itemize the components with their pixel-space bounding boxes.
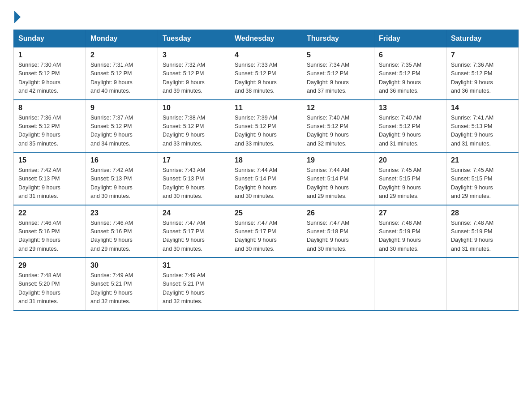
calendar-week-row: 8 Sunrise: 7:36 AM Sunset: 5:12 PM Dayli…: [14, 100, 519, 153]
calendar-cell: 23 Sunrise: 7:46 AM Sunset: 5:16 PM Dayl…: [86, 205, 158, 258]
calendar-cell: 2 Sunrise: 7:31 AM Sunset: 5:12 PM Dayli…: [86, 47, 158, 100]
day-number: 4: [235, 51, 297, 59]
day-number: 1: [18, 51, 81, 59]
calendar-cell: 10 Sunrise: 7:38 AM Sunset: 5:12 PM Dayl…: [158, 100, 230, 153]
page-header: [13, 9, 519, 21]
weekday-header-tuesday: Tuesday: [158, 30, 230, 47]
day-info: Sunrise: 7:48 AM Sunset: 5:20 PM Dayligh…: [18, 271, 81, 306]
day-number: 31: [163, 261, 225, 270]
day-info: Sunrise: 7:49 AM Sunset: 5:21 PM Dayligh…: [90, 271, 153, 306]
weekday-header-monday: Monday: [86, 30, 158, 47]
weekday-header-thursday: Thursday: [302, 30, 374, 47]
day-info: Sunrise: 7:31 AM Sunset: 5:12 PM Dayligh…: [90, 61, 153, 96]
weekday-header-sunday: Sunday: [14, 30, 86, 47]
day-number: 16: [90, 156, 153, 164]
day-number: 15: [18, 156, 81, 164]
day-number: 8: [18, 104, 81, 112]
calendar-cell: 22 Sunrise: 7:46 AM Sunset: 5:16 PM Dayl…: [14, 205, 86, 258]
day-number: 21: [451, 156, 514, 164]
calendar-cell: [302, 257, 374, 310]
day-info: Sunrise: 7:48 AM Sunset: 5:19 PM Dayligh…: [451, 219, 514, 254]
day-number: 18: [235, 156, 297, 164]
day-number: 2: [90, 51, 153, 59]
calendar-cell: 21 Sunrise: 7:45 AM Sunset: 5:15 PM Dayl…: [446, 152, 519, 205]
calendar-cell: 6 Sunrise: 7:35 AM Sunset: 5:12 PM Dayli…: [374, 47, 446, 100]
day-number: 11: [235, 104, 297, 112]
calendar-cell: [230, 257, 302, 310]
calendar-cell: 12 Sunrise: 7:40 AM Sunset: 5:12 PM Dayl…: [302, 100, 374, 153]
day-number: 29: [18, 261, 81, 270]
calendar-cell: 18 Sunrise: 7:44 AM Sunset: 5:14 PM Dayl…: [230, 152, 302, 205]
day-number: 7: [451, 51, 514, 59]
day-info: Sunrise: 7:41 AM Sunset: 5:13 PM Dayligh…: [451, 114, 514, 149]
calendar-cell: 16 Sunrise: 7:42 AM Sunset: 5:13 PM Dayl…: [86, 152, 158, 205]
calendar-cell: 4 Sunrise: 7:33 AM Sunset: 5:12 PM Dayli…: [230, 47, 302, 100]
logo-arrow-icon: [14, 11, 21, 23]
day-number: 30: [90, 261, 153, 270]
calendar-week-row: 15 Sunrise: 7:42 AM Sunset: 5:13 PM Dayl…: [14, 152, 519, 205]
day-number: 13: [379, 104, 442, 112]
day-info: Sunrise: 7:40 AM Sunset: 5:12 PM Dayligh…: [307, 114, 369, 149]
calendar-cell: 30 Sunrise: 7:49 AM Sunset: 5:21 PM Dayl…: [86, 257, 158, 310]
calendar-cell: 19 Sunrise: 7:44 AM Sunset: 5:14 PM Dayl…: [302, 152, 374, 205]
day-info: Sunrise: 7:45 AM Sunset: 5:15 PM Dayligh…: [451, 166, 514, 201]
calendar-table: SundayMondayTuesdayWednesdayThursdayFrid…: [13, 30, 519, 311]
day-number: 20: [379, 156, 442, 164]
day-number: 22: [18, 209, 81, 217]
calendar-cell: 15 Sunrise: 7:42 AM Sunset: 5:13 PM Dayl…: [14, 152, 86, 205]
day-number: 19: [307, 156, 369, 164]
day-info: Sunrise: 7:40 AM Sunset: 5:12 PM Dayligh…: [379, 114, 442, 149]
calendar-cell: 7 Sunrise: 7:36 AM Sunset: 5:12 PM Dayli…: [446, 47, 519, 100]
day-number: 23: [90, 209, 153, 217]
calendar-cell: 17 Sunrise: 7:43 AM Sunset: 5:13 PM Dayl…: [158, 152, 230, 205]
calendar-cell: 24 Sunrise: 7:47 AM Sunset: 5:17 PM Dayl…: [158, 205, 230, 258]
day-number: 6: [379, 51, 442, 59]
day-info: Sunrise: 7:30 AM Sunset: 5:12 PM Dayligh…: [18, 61, 81, 96]
day-number: 12: [307, 104, 369, 112]
day-number: 27: [379, 209, 442, 217]
calendar-cell: 8 Sunrise: 7:36 AM Sunset: 5:12 PM Dayli…: [14, 100, 86, 153]
day-number: 14: [451, 104, 514, 112]
day-info: Sunrise: 7:47 AM Sunset: 5:17 PM Dayligh…: [235, 219, 297, 254]
calendar-cell: 11 Sunrise: 7:39 AM Sunset: 5:12 PM Dayl…: [230, 100, 302, 153]
day-info: Sunrise: 7:36 AM Sunset: 5:12 PM Dayligh…: [451, 61, 514, 96]
calendar-cell: 9 Sunrise: 7:37 AM Sunset: 5:12 PM Dayli…: [86, 100, 158, 153]
day-number: 25: [235, 209, 297, 217]
day-info: Sunrise: 7:49 AM Sunset: 5:21 PM Dayligh…: [163, 271, 225, 306]
day-info: Sunrise: 7:47 AM Sunset: 5:17 PM Dayligh…: [163, 219, 225, 254]
calendar-cell: [374, 257, 446, 310]
calendar-cell: 13 Sunrise: 7:40 AM Sunset: 5:12 PM Dayl…: [374, 100, 446, 153]
day-info: Sunrise: 7:33 AM Sunset: 5:12 PM Dayligh…: [235, 61, 297, 96]
weekday-header-row: SundayMondayTuesdayWednesdayThursdayFrid…: [14, 30, 519, 47]
calendar-cell: 29 Sunrise: 7:48 AM Sunset: 5:20 PM Dayl…: [14, 257, 86, 310]
day-info: Sunrise: 7:37 AM Sunset: 5:12 PM Dayligh…: [90, 114, 153, 149]
calendar-cell: 27 Sunrise: 7:48 AM Sunset: 5:19 PM Dayl…: [374, 205, 446, 258]
day-number: 24: [163, 209, 225, 217]
day-info: Sunrise: 7:32 AM Sunset: 5:12 PM Dayligh…: [163, 61, 225, 96]
day-info: Sunrise: 7:43 AM Sunset: 5:13 PM Dayligh…: [163, 166, 225, 201]
day-info: Sunrise: 7:35 AM Sunset: 5:12 PM Dayligh…: [379, 61, 442, 96]
day-info: Sunrise: 7:36 AM Sunset: 5:12 PM Dayligh…: [18, 114, 81, 149]
calendar-cell: 26 Sunrise: 7:47 AM Sunset: 5:18 PM Dayl…: [302, 205, 374, 258]
weekday-header-saturday: Saturday: [446, 30, 519, 47]
day-info: Sunrise: 7:34 AM Sunset: 5:12 PM Dayligh…: [307, 61, 369, 96]
calendar-cell: 31 Sunrise: 7:49 AM Sunset: 5:21 PM Dayl…: [158, 257, 230, 310]
calendar-week-row: 22 Sunrise: 7:46 AM Sunset: 5:16 PM Dayl…: [14, 205, 519, 258]
logo: [13, 9, 21, 21]
day-number: 9: [90, 104, 153, 112]
day-info: Sunrise: 7:45 AM Sunset: 5:15 PM Dayligh…: [379, 166, 442, 201]
calendar-cell: [446, 257, 519, 310]
day-info: Sunrise: 7:46 AM Sunset: 5:16 PM Dayligh…: [18, 219, 81, 254]
calendar-cell: 1 Sunrise: 7:30 AM Sunset: 5:12 PM Dayli…: [14, 47, 86, 100]
day-info: Sunrise: 7:42 AM Sunset: 5:13 PM Dayligh…: [90, 166, 153, 201]
calendar-cell: 14 Sunrise: 7:41 AM Sunset: 5:13 PM Dayl…: [446, 100, 519, 153]
day-info: Sunrise: 7:48 AM Sunset: 5:19 PM Dayligh…: [379, 219, 442, 254]
day-info: Sunrise: 7:39 AM Sunset: 5:12 PM Dayligh…: [235, 114, 297, 149]
calendar-cell: 28 Sunrise: 7:48 AM Sunset: 5:19 PM Dayl…: [446, 205, 519, 258]
calendar-cell: 25 Sunrise: 7:47 AM Sunset: 5:17 PM Dayl…: [230, 205, 302, 258]
calendar-cell: 5 Sunrise: 7:34 AM Sunset: 5:12 PM Dayli…: [302, 47, 374, 100]
calendar-week-row: 1 Sunrise: 7:30 AM Sunset: 5:12 PM Dayli…: [14, 47, 519, 100]
day-info: Sunrise: 7:38 AM Sunset: 5:12 PM Dayligh…: [163, 114, 225, 149]
weekday-header-wednesday: Wednesday: [230, 30, 302, 47]
day-number: 10: [163, 104, 225, 112]
